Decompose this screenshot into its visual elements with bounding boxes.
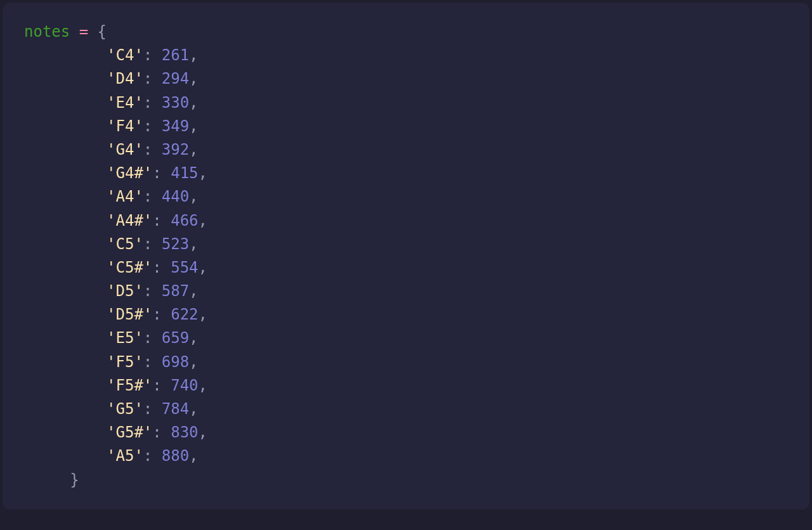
indent-entry: [24, 280, 107, 303]
indent-entry: [24, 185, 107, 209]
colon: :: [143, 400, 152, 418]
indent-entry: [24, 115, 107, 138]
comma: ,: [189, 235, 198, 253]
dict-key: 'G5#': [107, 423, 152, 441]
dict-value: 554: [171, 259, 198, 276]
dict-key: 'F4': [107, 117, 143, 135]
dict-key: 'G4': [107, 141, 143, 158]
code-block: notes = { 'C4': 261, 'D4': 294, 'E4': 33…: [3, 3, 809, 510]
dict-key: 'A4#': [107, 212, 152, 229]
dict-value: 294: [162, 70, 189, 87]
dict-key: 'F5': [107, 353, 143, 371]
comma: ,: [189, 329, 198, 347]
dict-entries: 'C4': 261, 'D4': 294, 'E4': 330, 'F4': 3…: [24, 46, 207, 465]
colon: :: [143, 188, 152, 205]
colon: :: [143, 141, 152, 158]
colon: :: [143, 46, 152, 64]
comma: ,: [189, 282, 198, 300]
dict-key: 'C5#': [107, 259, 152, 276]
colon: :: [152, 164, 161, 182]
comma: ,: [189, 70, 198, 87]
colon: :: [143, 447, 152, 465]
colon: :: [152, 259, 161, 276]
comma: ,: [199, 423, 207, 441]
dict-value: 440: [162, 188, 189, 205]
colon: :: [152, 306, 161, 323]
colon: :: [143, 70, 152, 87]
indent-close: [24, 469, 70, 492]
dict-value: 659: [162, 329, 189, 347]
close-brace: }: [70, 471, 79, 489]
colon: :: [143, 94, 152, 112]
dict-key: 'A5': [107, 447, 143, 465]
dict-value: 392: [162, 141, 189, 158]
indent-entry: [24, 233, 107, 256]
dict-value: 523: [162, 235, 189, 253]
comma: ,: [189, 353, 198, 371]
comma: ,: [189, 188, 198, 205]
comma: ,: [199, 306, 207, 323]
indent-entry: [24, 256, 107, 280]
open-brace: {: [98, 23, 107, 41]
comma: ,: [199, 259, 207, 276]
dict-value: 261: [162, 46, 189, 64]
colon: :: [152, 377, 161, 394]
colon: :: [143, 235, 152, 253]
comma: ,: [199, 377, 207, 394]
comma: ,: [189, 141, 198, 158]
indent-entry: [24, 374, 107, 398]
dict-key: 'G5': [107, 400, 143, 418]
dict-key: 'G4#': [107, 164, 152, 182]
indent-entry: [24, 67, 107, 91]
colon: :: [143, 282, 152, 300]
dict-key: 'C4': [107, 46, 143, 64]
dict-key: 'A4': [107, 188, 143, 205]
colon: :: [143, 353, 152, 371]
dict-key: 'D5': [107, 282, 143, 300]
dict-value: 349: [162, 117, 189, 135]
dict-key: 'E5': [107, 329, 143, 347]
dict-value: 880: [162, 447, 189, 465]
comma: ,: [189, 117, 198, 135]
assign-operator: =: [79, 23, 88, 41]
comma: ,: [199, 212, 207, 229]
indent-entry: [24, 209, 107, 233]
dict-key: 'D4': [107, 70, 143, 87]
colon: :: [152, 423, 161, 441]
comma: ,: [189, 94, 198, 112]
dict-value: 622: [171, 306, 198, 323]
indent-entry: [24, 444, 107, 468]
dict-value: 740: [171, 377, 198, 394]
colon: :: [152, 212, 161, 229]
comma: ,: [189, 400, 198, 418]
indent-entry: [24, 398, 107, 421]
dict-value: 466: [171, 212, 198, 229]
indent-entry: [24, 138, 107, 162]
dict-key: 'C5': [107, 235, 143, 253]
dict-value: 415: [171, 164, 198, 182]
comma: ,: [189, 46, 198, 64]
indent-entry: [24, 303, 107, 326]
dict-value: 698: [162, 353, 189, 371]
dict-key: 'F5#': [107, 377, 152, 394]
comma: ,: [199, 164, 207, 182]
colon: :: [143, 117, 152, 135]
comma: ,: [189, 447, 198, 465]
dict-value: 784: [162, 400, 189, 418]
indent-entry: [24, 44, 107, 67]
colon: :: [143, 329, 152, 347]
dict-key: 'D5#': [107, 306, 152, 323]
dict-value: 330: [162, 94, 189, 112]
variable-name: notes: [24, 23, 70, 41]
dict-value: 830: [171, 423, 198, 441]
indent-entry: [24, 326, 107, 350]
dict-key: 'E4': [107, 94, 143, 112]
indent-entry: [24, 162, 107, 185]
indent-entry: [24, 351, 107, 374]
indent-entry: [24, 91, 107, 115]
dict-value: 587: [162, 282, 189, 300]
indent-entry: [24, 421, 107, 444]
